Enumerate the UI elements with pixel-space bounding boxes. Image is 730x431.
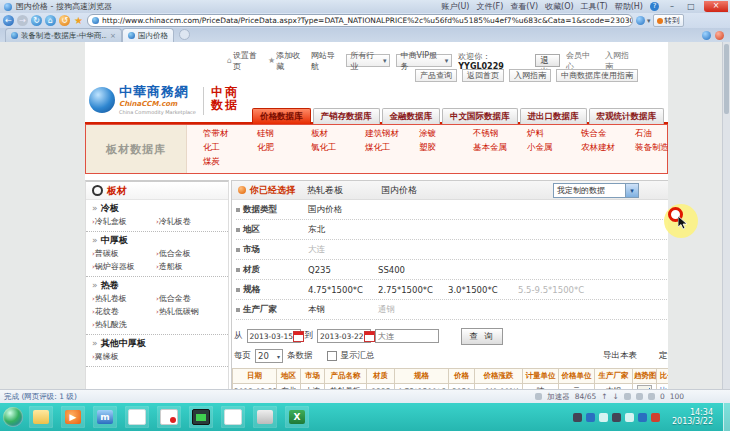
- tray-icon[interactable]: [638, 413, 647, 422]
- category-link[interactable]: 涂镀: [419, 128, 473, 142]
- col-change[interactable]: 价格涨跌: [475, 369, 523, 384]
- security-shield-icon[interactable]: [636, 16, 645, 25]
- sidebar-item[interactable]: ›普碳板: [92, 247, 156, 260]
- sidebar-item[interactable]: ›低合金板: [156, 247, 220, 260]
- export-table-button[interactable]: 导出本表: [603, 350, 637, 362]
- tray-volume-icon[interactable]: [625, 413, 634, 422]
- category-link[interactable]: 管带材: [203, 128, 257, 142]
- home-button[interactable]: ⌂: [45, 15, 56, 26]
- eye-protect-icon[interactable]: [648, 393, 655, 400]
- col-price[interactable]: 价格: [449, 369, 475, 384]
- help-icon[interactable]: ?: [650, 2, 659, 11]
- category-link[interactable]: 建筑钢材: [365, 128, 419, 142]
- product-query-link[interactable]: 产品查询: [415, 69, 457, 82]
- menu-favorites[interactable]: 收藏(O): [545, 1, 574, 12]
- tab-domestic-price[interactable]: 国内价格: [122, 28, 174, 42]
- tab-list-icon[interactable]: [702, 31, 711, 40]
- database-guide-link[interactable]: 中商数据库使用指南: [556, 69, 638, 82]
- mute-icon[interactable]: [624, 393, 631, 400]
- form-value[interactable]: 3.0*1500*C: [448, 285, 508, 295]
- form-value[interactable]: SS400: [378, 265, 438, 275]
- menu-tools[interactable]: 工具(T): [581, 1, 608, 12]
- chevron-down-icon[interactable]: ▾: [625, 184, 638, 197]
- nav-tab-price-db[interactable]: 价格数据库: [252, 108, 311, 124]
- col-market[interactable]: 市场: [301, 369, 325, 384]
- site-nav-link[interactable]: 网站导航: [311, 50, 340, 72]
- keyword-input[interactable]: [375, 329, 439, 343]
- col-manufacturer[interactable]: 生产厂家: [595, 369, 633, 384]
- sidebar-item[interactable]: ›热轧低碳钢: [156, 305, 220, 318]
- favorites-star-icon[interactable]: ★: [73, 15, 84, 26]
- maximize-button[interactable]: □: [685, 2, 697, 11]
- category-link[interactable]: 石油: [635, 128, 668, 142]
- category-link[interactable]: 农林建材: [581, 142, 635, 156]
- form-value[interactable]: 通钢: [378, 304, 438, 316]
- minimize-button[interactable]: –: [666, 2, 678, 11]
- form-value[interactable]: 5.5-9.5*1500*C: [518, 285, 584, 295]
- form-value[interactable]: 本钢: [308, 304, 368, 316]
- category-link[interactable]: 基本金属: [473, 142, 527, 156]
- set-homepage-link[interactable]: ⌂设置首页: [227, 50, 262, 72]
- url-box[interactable]: http://www.chinaccm.com/PriceData/PriceD…: [87, 14, 633, 27]
- category-link[interactable]: 铁合金: [581, 128, 635, 142]
- refresh-button[interactable]: ↻: [31, 15, 42, 26]
- back-home-link[interactable]: 返回首页: [462, 69, 504, 82]
- form-value[interactable]: 东北: [308, 224, 368, 236]
- category-link[interactable]: 塑胶: [419, 142, 473, 156]
- boss-key-icon[interactable]: [636, 393, 643, 400]
- taskbar-maxthon-icon[interactable]: m: [93, 406, 117, 428]
- summary-checkbox[interactable]: [327, 351, 337, 361]
- network-guide-link[interactable]: 入网指南: [509, 69, 551, 82]
- scrollbar[interactable]: [722, 42, 730, 390]
- col-region[interactable]: 地区: [277, 369, 301, 384]
- nav-tab-import-export-db[interactable]: 进出口数据库: [520, 108, 587, 124]
- category-link[interactable]: 小金属: [527, 142, 581, 156]
- back-button[interactable]: ←: [3, 15, 14, 26]
- col-material[interactable]: 材质: [367, 369, 395, 384]
- col-product[interactable]: 产品名称: [325, 369, 367, 384]
- menu-view[interactable]: 查看(V): [510, 1, 538, 12]
- taskbar-clock[interactable]: 14:34 2013/3/22: [672, 408, 713, 426]
- sidebar-item[interactable]: ›锅炉容器板: [92, 260, 156, 273]
- form-value[interactable]: Q235: [308, 265, 368, 275]
- nav-tab-macro-stats-db[interactable]: 宏观统计数据库: [589, 108, 665, 124]
- vip-service-select[interactable]: 中商VIP服务▾: [396, 54, 452, 67]
- category-link[interactable]: 煤化工: [365, 142, 419, 156]
- taskbar-media-player-icon[interactable]: ▶: [61, 406, 85, 428]
- search-button[interactable]: 查 询: [461, 328, 503, 345]
- go-button[interactable]: 转到: [653, 14, 684, 27]
- tray-icon[interactable]: [599, 413, 608, 422]
- form-value[interactable]: 国内价格: [308, 204, 368, 216]
- category-link[interactable]: 氯化工: [311, 142, 365, 156]
- calendar-icon[interactable]: [293, 331, 304, 342]
- sidebar-item[interactable]: ›冷轧盒板: [92, 215, 156, 228]
- nav-tab-intl-db[interactable]: 中文国际数据库: [442, 108, 518, 124]
- tab-close-icon[interactable]: ×: [110, 32, 116, 40]
- tab-equipment-db[interactable]: 装备制造-数据库-中华商... ×: [5, 28, 122, 42]
- nav-tab-finance-db[interactable]: 金融数据库: [382, 108, 441, 124]
- tab-tools-icon[interactable]: [715, 31, 724, 40]
- menu-file[interactable]: 文件(F): [476, 1, 503, 12]
- taskbar-sogou-input-icon[interactable]: S: [221, 406, 245, 428]
- shield-count[interactable]: 0: [660, 392, 665, 401]
- taskbar-notepad-icon[interactable]: [253, 406, 277, 428]
- sidebar-item[interactable]: ›热轧酸洗: [92, 318, 156, 331]
- sidebar-item[interactable]: ›造船板: [156, 260, 220, 273]
- close-button[interactable]: ×: [704, 1, 728, 12]
- category-link[interactable]: 装备制造: [635, 142, 668, 156]
- sidebar-item[interactable]: ›冷轧板卷: [156, 215, 220, 228]
- logout-button[interactable]: 退出: [535, 54, 560, 67]
- taskbar-sogou-browser-icon[interactable]: S: [125, 406, 149, 428]
- menu-help[interactable]: 帮助(H): [615, 1, 643, 12]
- sidebar-item[interactable]: ›热轧卷板: [92, 292, 156, 305]
- site-logo[interactable]: 中華商務網 ChinaCCM.com China Commodity Marke…: [89, 85, 196, 115]
- sidebar-item[interactable]: ›花纹卷: [92, 305, 156, 318]
- zoom-level[interactable]: 100: [670, 392, 684, 401]
- category-link[interactable]: 不锈钢: [473, 128, 527, 142]
- tray-icon[interactable]: [612, 413, 621, 422]
- menu-account[interactable]: 账户(U): [441, 1, 469, 12]
- col-price-unit[interactable]: 价格单位: [559, 369, 595, 384]
- category-link[interactable]: 炉料: [527, 128, 581, 142]
- accelerator-icon[interactable]: [535, 393, 542, 400]
- url-dropdown-caret-icon[interactable]: ▾: [647, 17, 651, 25]
